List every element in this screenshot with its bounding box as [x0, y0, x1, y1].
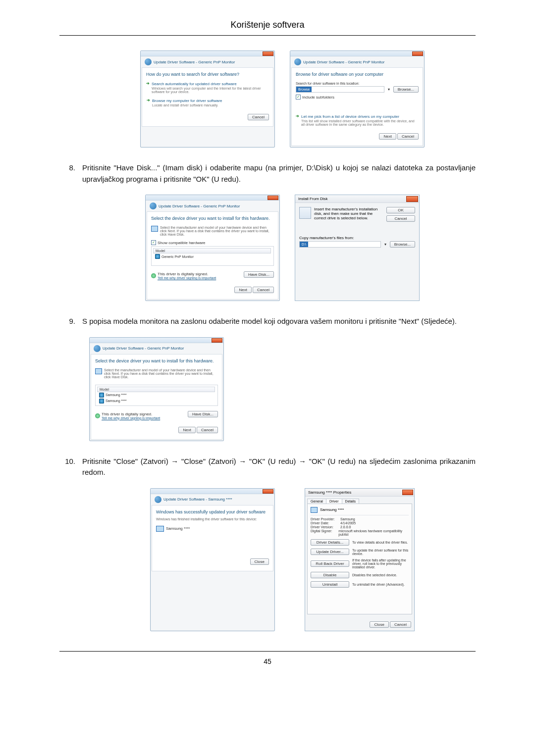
device-name: Samsung ****: [320, 507, 344, 512]
rollback-button[interactable]: Roll Back Driver: [311, 560, 349, 567]
close-icon[interactable]: [263, 489, 273, 494]
close-icon[interactable]: [212, 338, 222, 343]
path-combobox[interactable]: Browse: [296, 86, 384, 93]
update-driver-button[interactable]: Update Driver...: [311, 549, 349, 555]
provider-value: Samsung: [340, 517, 355, 521]
provider-key: Driver Provider:: [311, 517, 340, 521]
screenshot-row-2: Update Driver Software - Generic PnP Mon…: [89, 195, 476, 301]
show-compatible-checkbox[interactable]: ✓: [151, 240, 156, 245]
signer-value: microsoft windows hardware compatibility…: [338, 529, 409, 536]
browse-option[interactable]: ➔ Browse my computer for driver software…: [146, 99, 269, 107]
close-icon[interactable]: [402, 490, 413, 495]
copy-path-value: D:\: [300, 242, 308, 247]
driver-details-button[interactable]: Driver Details...: [311, 539, 349, 546]
arrow-icon: ➔: [146, 82, 150, 86]
list-item[interactable]: Generic PnP Monitor: [153, 253, 272, 259]
close-icon[interactable]: [412, 51, 423, 56]
option-subtext: This list will show installed driver sof…: [301, 119, 419, 126]
page-content: Update Driver Software - Generic PnP Mon…: [0, 50, 535, 631]
arrow-icon: ➔: [296, 114, 299, 118]
browse-button[interactable]: Browse...: [390, 241, 415, 248]
step-text: Pritisnite "Close" (Zatvori) → "Close" (…: [82, 456, 476, 478]
uninstall-button[interactable]: Uninstall: [311, 581, 349, 588]
monitor-icon: [155, 254, 160, 259]
close-icon[interactable]: [406, 196, 418, 202]
date-value: 4/14/2005: [340, 521, 356, 525]
have-disk-button[interactable]: Have Disk...: [244, 271, 274, 278]
copy-label: Copy manufacturer's files from:: [299, 236, 415, 240]
step-number: 8.: [59, 162, 82, 185]
step-text: Pritisnite "Have Disk..." (Imam disk) i …: [82, 162, 476, 185]
cancel-button[interactable]: Cancel: [386, 215, 415, 222]
model-list[interactable]: Model Generic PnP Monitor: [151, 246, 274, 266]
back-icon[interactable]: [145, 58, 152, 65]
pick-from-list-option[interactable]: ➔ Let me pick from a list of device driv…: [296, 114, 419, 126]
sign-link[interactable]: Tell me why driver signing is important: [102, 416, 160, 420]
include-subfolders-checkbox[interactable]: ✓: [296, 95, 301, 100]
close-button[interactable]: Close: [370, 621, 388, 628]
include-subfolders-label: Include subfolders: [302, 95, 334, 100]
sign-text: This driver is digitally signed.: [158, 272, 216, 276]
sign-link[interactable]: Tell me why driver signing is important: [158, 276, 216, 280]
uninstall-desc: To uninstall the driver (Advanced).: [352, 583, 409, 586]
update-success-window: Update Driver Software - Samsung **** Wi…: [150, 488, 275, 631]
back-icon[interactable]: [94, 345, 101, 352]
step-number: 10.: [59, 456, 82, 478]
arrow-icon: ➔: [146, 99, 150, 102]
list-item[interactable]: Samsung ****: [97, 398, 216, 404]
driver-details-desc: To view details about the driver files.: [352, 541, 409, 544]
cancel-button[interactable]: Cancel: [197, 427, 218, 433]
disable-button[interactable]: Disable: [311, 572, 349, 578]
cancel-button[interactable]: Cancel: [253, 287, 274, 293]
disable-desc: Disables the selected device.: [352, 573, 409, 577]
step-9: 9. S popisa modela monitora na zaslonu o…: [59, 316, 476, 327]
version-key: Driver Version:: [311, 525, 340, 529]
question-text: How do you want to search for driver sof…: [146, 72, 269, 77]
option-label: Let me pick from a list of device driver…: [301, 114, 419, 119]
ok-button[interactable]: OK: [386, 207, 415, 213]
back-icon[interactable]: [155, 496, 161, 503]
next-button[interactable]: Next: [379, 133, 396, 140]
back-icon[interactable]: [294, 58, 301, 65]
dialog-title: Install From Disk: [298, 197, 328, 201]
close-icon[interactable]: [268, 196, 278, 200]
search-auto-option[interactable]: ➔ Search automatically for updated drive…: [146, 82, 269, 94]
chevron-down-icon[interactable]: ▾: [383, 242, 388, 247]
browse-button[interactable]: Browse...: [393, 86, 419, 93]
tab-general[interactable]: General: [307, 499, 326, 504]
breadcrumb: Update Driver Software - Generic PnP Mon…: [141, 56, 274, 67]
path-value: Browse: [296, 87, 312, 92]
update-driver-how-window: Update Driver Software - Generic PnP Mon…: [140, 50, 275, 148]
tab-strip: General Driver Details: [305, 497, 414, 504]
cancel-button[interactable]: Cancel: [248, 114, 269, 120]
copy-path-combobox[interactable]: D:\: [299, 241, 381, 248]
list-item[interactable]: Samsung ****: [97, 392, 216, 398]
model-list[interactable]: Model Samsung **** Samsung ****: [95, 385, 218, 406]
close-icon[interactable]: [263, 51, 273, 56]
shield-icon: [95, 413, 100, 418]
screenshot-row-3: Update Driver Software - Generic PnP Mon…: [89, 337, 476, 441]
chevron-down-icon[interactable]: ▾: [386, 87, 391, 92]
titlebar: [290, 51, 424, 56]
cancel-button[interactable]: Cancel: [390, 621, 411, 628]
document-page: Korištenje softvera Update Driver Softwa…: [0, 0, 535, 675]
back-icon[interactable]: [150, 202, 157, 209]
heading-text: Select the device driver you want to ins…: [95, 358, 218, 363]
breadcrumb: Update Driver Software - Generic PnP Mon…: [290, 56, 424, 67]
cancel-button[interactable]: Cancel: [397, 133, 419, 140]
sign-text: This driver is digitally signed.: [102, 412, 160, 416]
model-header: Model: [153, 248, 271, 253]
close-button[interactable]: Close: [250, 558, 269, 565]
heading-text: Select the device driver you want to ins…: [151, 216, 274, 221]
dialog-titlebar: Install From Disk: [295, 195, 419, 203]
next-button[interactable]: Next: [234, 287, 251, 293]
step-number: 9.: [59, 316, 82, 327]
step-text: S popisa modela monitora na zaslonu odab…: [82, 316, 476, 327]
next-button[interactable]: Next: [178, 427, 195, 433]
have-disk-button[interactable]: Have Disk...: [188, 411, 218, 417]
dialog-titlebar: Samsung **** Properties: [305, 489, 414, 497]
dialog-message: Insert the manufacturer's installation d…: [314, 207, 378, 226]
show-compatible-label: Show compatible hardware: [158, 241, 206, 245]
tab-details[interactable]: Details: [342, 499, 359, 504]
tab-driver[interactable]: Driver: [326, 499, 342, 504]
